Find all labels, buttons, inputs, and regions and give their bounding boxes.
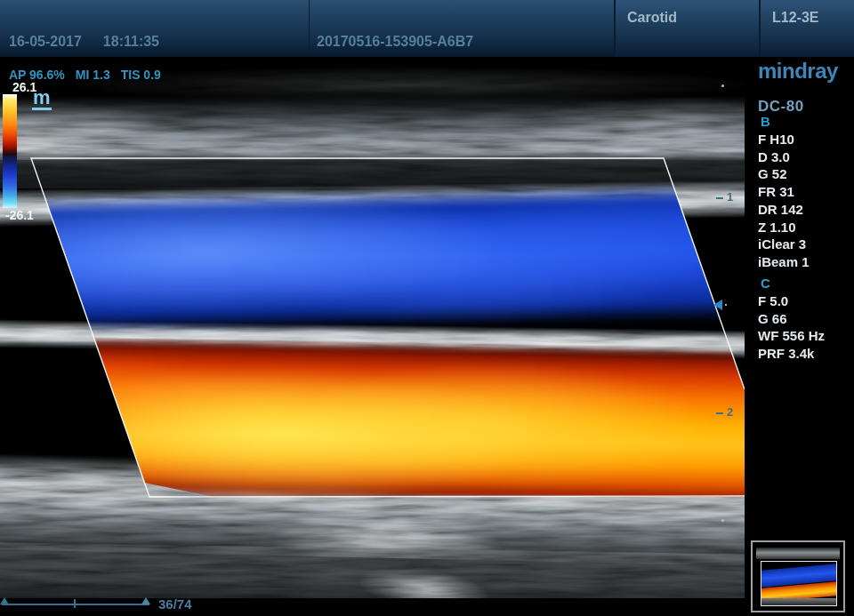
mindray-brand-logo: mindray (758, 59, 838, 84)
exam-preset-tab[interactable]: Carotid (614, 0, 759, 57)
cine-mid-tick (74, 599, 76, 608)
exam-time: 18:11:35 (103, 34, 159, 50)
b-mode-section-label: B (761, 114, 770, 129)
c-param-frequency: F 5.0 (758, 292, 825, 310)
study-id-section: 20170516-153905-A6B7 (309, 0, 614, 57)
thumbnail-roi-box (761, 561, 837, 606)
study-id: 20170516-153905-A6B7 (317, 34, 473, 50)
depth-label-1: 1 (727, 190, 733, 204)
b-param-dynamic-range: DR 142 (758, 201, 810, 219)
cine-track[interactable] (2, 604, 149, 605)
color-scale-bar (3, 94, 17, 208)
b-param-depth: D 3.0 (758, 148, 810, 166)
b-param-frame-rate: FR 31 (758, 183, 810, 201)
color-roi-outline (0, 57, 745, 616)
focus-dot (725, 304, 727, 306)
transducer-tab[interactable]: L12-3E (759, 0, 854, 57)
cine-position-marker[interactable] (141, 597, 150, 604)
b-param-gain: G 52 (758, 165, 810, 183)
cine-thumbnail[interactable] (751, 540, 845, 612)
thumbnail-tissue-top (756, 548, 840, 559)
c-param-wall-filter: WF 556 Hz (758, 327, 825, 345)
datetime-section: 16-05-2017 18:11:35 (0, 0, 309, 57)
c-mode-param-list: F 5.0 G 66 WF 556 Hz PRF 3.4k (758, 292, 825, 362)
color-scale-min-value: -26.1 (5, 208, 34, 222)
parameter-sidebar: mindray DC-80 B F H10 D 3.0 G 52 FR 31 D… (745, 57, 854, 616)
cine-frame-counter: 36/74 (158, 596, 192, 612)
depth-label-2: 2 (727, 405, 733, 419)
c-param-gain: G 66 (758, 310, 825, 328)
depth-tick-2 (716, 412, 723, 414)
depth-tick-minor (721, 519, 724, 522)
exam-preset-label: Carotid (627, 10, 677, 25)
main-content: AP 96.6% MI 1.3 TIS 0.9 26.1 m -26.1 1 2 (0, 57, 854, 616)
depth-tick-1 (716, 197, 723, 199)
cine-progress-bar[interactable]: 36/74 (0, 596, 222, 612)
system-model: DC-80 (758, 98, 804, 116)
mechanical-index-value: MI 1.3 (76, 68, 110, 82)
depth-tick-minor (721, 84, 724, 87)
transducer-label: L12-3E (772, 10, 818, 25)
exam-date: 16-05-2017 (9, 34, 82, 50)
b-mode-param-list: F H10 D 3.0 G 52 FR 31 DR 142 Z 1.10 iCl… (758, 131, 810, 271)
mindray-m-logo-icon: m (32, 89, 52, 110)
b-param-ibeam: iBeam 1 (758, 253, 810, 271)
ultrasound-screen: 16-05-2017 18:11:35 20170516-153905-A6B7… (0, 0, 854, 616)
thermal-index-value: TIS 0.9 (121, 68, 161, 82)
ultrasound-image-area[interactable]: AP 96.6% MI 1.3 TIS 0.9 26.1 m -26.1 1 2 (0, 57, 745, 616)
thumbnail-tissue-bottom (761, 598, 836, 605)
top-status-bar: 16-05-2017 18:11:35 20170516-153905-A6B7… (0, 0, 854, 57)
c-mode-section-label: C (761, 276, 770, 291)
focus-position-icon (713, 300, 722, 310)
b-param-zoom: Z 1.10 (758, 219, 810, 236)
c-param-prf: PRF 3.4k (758, 345, 825, 363)
b-param-frequency: F H10 (758, 131, 810, 148)
b-param-iclear: iClear 3 (758, 236, 810, 253)
